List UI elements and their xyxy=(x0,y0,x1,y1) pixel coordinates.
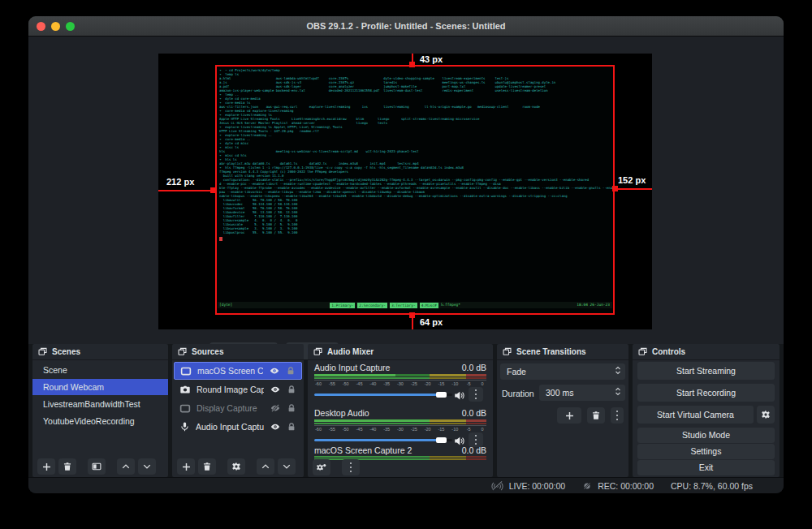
audio-mixer-dock-title: Audio Mixer xyxy=(327,347,374,356)
source-row[interactable]: Audio Input Capture xyxy=(174,418,302,436)
captured-terminal[interactable]: ➜ ~ cd Projects/work/dyte/temp➜ temp lsa… xyxy=(215,65,615,315)
crop-tick-left xyxy=(158,190,215,191)
lock-icon[interactable] xyxy=(287,422,296,432)
exit-button[interactable]: Exit xyxy=(637,460,775,475)
source-label: Display Capture xyxy=(197,403,264,413)
crop-label-top: 43 px xyxy=(420,54,443,64)
audio-mixer-dock: Audio Mixer Audio Input Capture 0.0 dB -… xyxy=(308,344,493,477)
duration-spinbox[interactable]: 300 ms xyxy=(539,385,625,401)
crop-label-bottom: 64 px xyxy=(420,317,443,327)
mixer-channel-name: Desktop Audio xyxy=(314,408,369,418)
scene-item[interactable]: YoutubeVideoRecording xyxy=(32,413,168,429)
mixer-menu-button[interactable] xyxy=(342,459,360,475)
title-bar: OBS 29.1.2 - Profile: Untitled - Scenes:… xyxy=(28,16,784,37)
crop-label-right: 152 px xyxy=(618,175,646,185)
tmux-windows: 1:Primary-2:Secondary-3:Tertiary-4:Misc# xyxy=(330,302,438,308)
scenes-dock: Scenes Scene Round Webcam LivestreamBand… xyxy=(32,344,168,477)
advanced-audio-button[interactable] xyxy=(313,459,330,475)
virtual-camera-settings-button[interactable] xyxy=(757,406,775,424)
source-row[interactable]: Round Image Capture xyxy=(174,381,302,398)
scenes-dock-header[interactable]: Scenes xyxy=(32,344,168,360)
scene-filters-button[interactable] xyxy=(88,458,106,475)
sources-dock-header[interactable]: Sources xyxy=(172,344,304,360)
tmux-status-bar: [dyte] 1:Primary-2:Secondary-3:Tertiary-… xyxy=(218,302,612,308)
add-scene-button[interactable] xyxy=(37,458,55,475)
move-source-down-button[interactable] xyxy=(278,458,296,475)
eye-icon[interactable] xyxy=(269,366,280,376)
crop-label-left: 212 px xyxy=(166,177,194,187)
crop-handle-top[interactable] xyxy=(409,62,415,67)
mixer-channel-name: Audio Input Capture xyxy=(314,363,390,372)
preview-canvas[interactable]: ➜ ~ cd Projects/work/dyte/temp➜ temp lsa… xyxy=(158,54,652,329)
mixer-channel-name: macOS Screen Capture 2 xyxy=(314,445,412,455)
mixer-channel-db: 0.0 dB xyxy=(462,363,486,372)
eye-icon[interactable] xyxy=(270,422,281,432)
tmux-session: [dyte] xyxy=(219,302,232,308)
settings-button[interactable]: Settings xyxy=(637,444,775,459)
remove-transition-button[interactable] xyxy=(587,407,605,424)
display-icon xyxy=(180,366,192,376)
start-recording-button[interactable]: Start Recording xyxy=(637,384,775,402)
tmux-active-window: 5:ffmpeg* xyxy=(441,302,460,308)
remove-source-button[interactable] xyxy=(198,458,216,475)
transition-select[interactable]: Fade xyxy=(500,363,625,380)
transition-menu-button[interactable] xyxy=(611,407,624,424)
record-inactive-icon xyxy=(582,481,592,491)
start-streaming-button[interactable]: Start Streaming xyxy=(637,362,775,380)
crop-handle-left[interactable] xyxy=(210,187,216,193)
display-icon xyxy=(179,403,191,414)
scenes-dock-title: Scenes xyxy=(52,347,80,356)
meter-scale: -60-55-50-45-40-35-30-25-20-15-10-50 xyxy=(314,380,486,386)
window-title: OBS 29.1.2 - Profile: Untitled - Scenes:… xyxy=(28,21,784,31)
eye-icon[interactable] xyxy=(270,385,281,394)
source-row-selected[interactable]: macOS Screen Capture 2 xyxy=(174,362,302,380)
audio-mixer-dock-header[interactable]: Audio Mixer xyxy=(308,344,493,360)
duration-value: 300 ms xyxy=(546,388,573,398)
source-label: macOS Screen Capture 2 xyxy=(197,366,263,376)
scene-item-selected[interactable]: Round Webcam xyxy=(32,379,168,395)
lock-icon[interactable] xyxy=(286,366,296,376)
source-label: Round Image Capture xyxy=(197,385,264,394)
status-bar: LIVE: 00:00:00 REC: 00:00:00 CPU: 8.7%, … xyxy=(28,477,784,493)
dock-panes-icon xyxy=(503,347,512,356)
eye-slash-icon[interactable] xyxy=(270,403,281,413)
add-source-button[interactable] xyxy=(177,458,195,475)
mixer-channel-db: 0.0 dB xyxy=(462,445,486,455)
preview-area: ➜ ~ cd Projects/work/dyte/temp➜ temp lsa… xyxy=(28,37,784,344)
source-row-hidden[interactable]: Display Capture xyxy=(174,399,302,417)
controls-dock-header[interactable]: Controls xyxy=(633,344,780,360)
mixer-channel-menu-button[interactable] xyxy=(469,387,483,402)
studio-mode-button[interactable]: Studio Mode xyxy=(637,428,775,443)
crop-tick-right xyxy=(615,188,652,190)
scene-transitions-dock-title: Scene Transitions xyxy=(516,347,586,356)
move-scene-up-button[interactable] xyxy=(117,458,135,475)
remove-scene-button[interactable] xyxy=(58,458,76,475)
scene-transitions-dock-header[interactable]: Scene Transitions xyxy=(497,344,628,360)
crop-handle-bottom[interactable] xyxy=(409,312,415,318)
audio-meter xyxy=(314,419,486,424)
move-source-up-button[interactable] xyxy=(257,458,274,475)
chevron-up-down-icon xyxy=(615,387,621,396)
volume-slider[interactable] xyxy=(314,435,452,445)
lock-icon[interactable] xyxy=(287,403,296,413)
source-properties-button[interactable] xyxy=(227,458,245,475)
live-status: LIVE: 00:00:00 xyxy=(509,481,565,491)
controls-dock: Controls Start Streaming Start Recording… xyxy=(633,344,780,477)
sources-dock: Sources macOS Screen Capture 2 Round Ima… xyxy=(172,344,304,477)
start-virtual-camera-button[interactable]: Start Virtual Camera xyxy=(637,406,754,424)
speaker-icon[interactable] xyxy=(454,389,464,404)
source-label: Audio Input Capture xyxy=(196,422,264,432)
dock-row: Scenes Scene Round Webcam LivestreamBand… xyxy=(28,344,784,477)
dock-panes-icon xyxy=(638,347,647,356)
rec-status: REC: 00:00:00 xyxy=(598,481,654,491)
lock-icon[interactable] xyxy=(287,385,296,394)
sources-dock-title: Sources xyxy=(192,347,223,356)
obs-window: OBS 29.1.2 - Profile: Untitled - Scenes:… xyxy=(28,16,784,493)
crop-handle-right[interactable] xyxy=(612,186,618,191)
volume-slider[interactable] xyxy=(314,389,452,399)
move-scene-down-button[interactable] xyxy=(138,458,156,475)
scene-item[interactable]: Scene xyxy=(32,362,168,378)
scene-item[interactable]: LivestreamBandwidthTest xyxy=(32,396,168,412)
add-transition-button[interactable] xyxy=(557,407,581,424)
microphone-icon xyxy=(179,421,190,432)
